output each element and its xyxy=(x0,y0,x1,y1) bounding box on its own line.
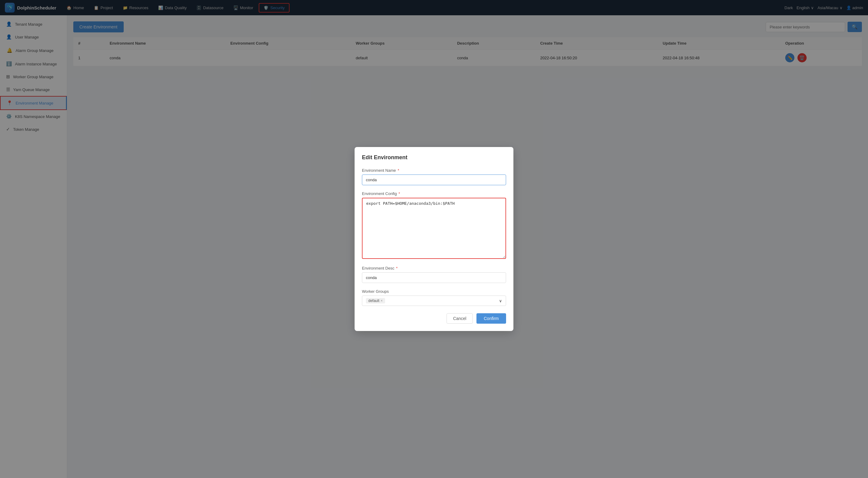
modal-overlay[interactable]: Edit Environment Environment Name * Envi… xyxy=(0,0,868,478)
env-name-required: * xyxy=(398,168,399,173)
modal-title: Edit Environment xyxy=(362,154,506,161)
env-name-group: Environment Name * xyxy=(362,168,506,185)
env-desc-group: Environment Desc * xyxy=(362,266,506,283)
worker-groups-group: Worker Groups default × ∨ xyxy=(362,289,506,306)
worker-groups-tags: default × xyxy=(366,298,385,303)
env-desc-required: * xyxy=(396,266,398,270)
env-config-group: Environment Config * export PATH=$HOME/a… xyxy=(362,191,506,260)
tag-close-icon[interactable]: × xyxy=(380,299,383,303)
env-config-label: Environment Config * xyxy=(362,191,506,196)
worker-group-tag: default × xyxy=(366,298,385,303)
env-name-label: Environment Name * xyxy=(362,168,506,173)
confirm-button[interactable]: Confirm xyxy=(476,313,506,324)
modal-footer: Cancel Confirm xyxy=(362,313,506,324)
env-desc-input[interactable] xyxy=(362,272,506,283)
edit-environment-modal: Edit Environment Environment Name * Envi… xyxy=(354,147,514,331)
cancel-button[interactable]: Cancel xyxy=(446,313,473,324)
env-name-input[interactable] xyxy=(362,175,506,185)
env-desc-label: Environment Desc * xyxy=(362,266,506,270)
env-config-required: * xyxy=(399,191,400,196)
env-config-textarea[interactable]: export PATH=$HOME/anaconda3/bin:$PATH xyxy=(362,198,506,259)
worker-groups-label: Worker Groups xyxy=(362,289,506,294)
worker-groups-select[interactable]: default × ∨ xyxy=(362,296,506,306)
chevron-down-icon: ∨ xyxy=(499,299,502,303)
